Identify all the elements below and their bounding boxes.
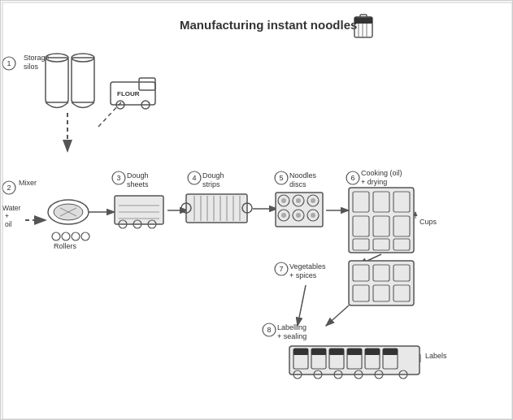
svg-rect-106: [329, 349, 344, 355]
svg-text:Noodles: Noodles: [289, 171, 317, 180]
dough-sheets-machine: [115, 196, 163, 228]
svg-text:+: +: [5, 212, 9, 220]
svg-text:strips: strips: [202, 180, 220, 188]
svg-text:3: 3: [116, 174, 120, 182]
dough-strips-machine: [181, 194, 252, 223]
svg-text:2: 2: [7, 184, 11, 192]
mixer-machine: [48, 200, 89, 224]
svg-point-72: [311, 213, 315, 218]
title: Manufacturing instant noodles: [180, 18, 357, 32]
svg-text:oil: oil: [5, 220, 12, 228]
svg-text:7: 7: [279, 265, 283, 273]
svg-rect-110: [365, 349, 380, 355]
svg-text:4: 4: [192, 174, 196, 182]
veg-spices-machine: [349, 261, 414, 305]
svg-rect-102: [293, 349, 308, 355]
svg-text:FLOUR: FLOUR: [117, 90, 140, 97]
cooking-machine: [349, 188, 414, 253]
svg-point-69: [311, 198, 315, 203]
diagram-container: Manufacturing instant noodles 1 Storage …: [1, 1, 512, 419]
svg-text:Dough: Dough: [127, 171, 149, 180]
svg-text:Dough: Dough: [202, 171, 224, 180]
svg-rect-46: [186, 194, 247, 223]
svg-rect-112: [383, 349, 398, 355]
svg-text:+ sealing: + sealing: [277, 332, 306, 340]
svg-point-68: [296, 198, 301, 203]
svg-point-67: [281, 198, 286, 203]
rollers-label: Rollers: [54, 242, 77, 250]
svg-text:Mixer: Mixer: [19, 179, 37, 187]
svg-text:8: 8: [267, 326, 271, 334]
svg-text:Cooking (oil): Cooking (oil): [361, 169, 402, 177]
svg-rect-108: [347, 349, 362, 355]
svg-text:discs: discs: [289, 180, 306, 188]
svg-text:Water: Water: [2, 204, 21, 212]
svg-point-70: [281, 213, 286, 218]
svg-text:Labelling: Labelling: [277, 323, 306, 331]
svg-rect-104: [311, 349, 326, 355]
labels-label: Labels: [425, 352, 447, 360]
svg-text:5: 5: [279, 174, 283, 182]
svg-rect-2: [354, 17, 372, 24]
svg-text:6: 6: [350, 174, 354, 182]
svg-point-71: [296, 213, 301, 218]
svg-rect-76: [349, 188, 414, 253]
svg-text:silos: silos: [24, 63, 39, 71]
svg-rect-90: [349, 261, 414, 305]
svg-text:Vegetables: Vegetables: [289, 262, 326, 271]
svg-text:+ drying: + drying: [361, 178, 387, 186]
svg-text:+ spices: + spices: [289, 271, 317, 279]
svg-text:sheets: sheets: [127, 180, 149, 188]
svg-text:1: 1: [7, 59, 11, 67]
diagram-card: Manufacturing instant noodles 1 Storage …: [0, 0, 513, 420]
noodles-discs-machine: [276, 193, 323, 227]
final-conveyor: [289, 346, 420, 379]
cups-label: Cups: [420, 218, 437, 226]
